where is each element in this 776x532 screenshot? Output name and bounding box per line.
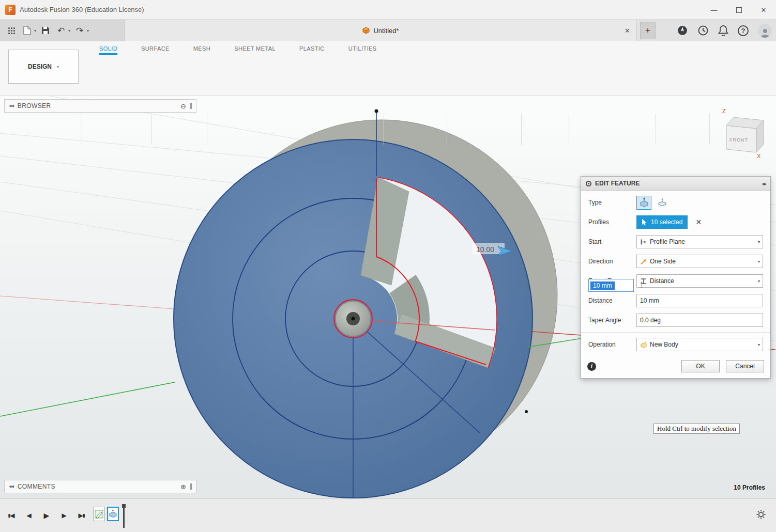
axis-z-label: Z [722, 108, 726, 114]
viewcube-front-label: FRONT [729, 137, 748, 143]
edit-feature-dialog: EDIT FEATURE ▸▸ Type Profiles 10 selecte… [581, 176, 771, 379]
thin-extrude-type-button[interactable] [655, 196, 670, 210]
browser-minimize-icon[interactable]: ⊖ [180, 102, 186, 110]
clear-selection-icon[interactable]: ✕ [695, 218, 702, 226]
info-icon[interactable]: i [587, 362, 596, 371]
svg-text:10.00: 10.00 [476, 245, 494, 254]
comments-collapse-icon[interactable]: ◀◀ [9, 484, 13, 489]
type-row: Type [581, 193, 770, 212]
profiles-count: 10 Profiles [713, 484, 765, 491]
extent-type-dropdown[interactable]: Distance ▾ [636, 274, 763, 288]
job-status-clock-icon[interactable] [697, 25, 709, 36]
comments-title: COMMENTS [18, 483, 176, 490]
timeline-settings-gear-icon[interactable] [756, 509, 766, 520]
undo-icon[interactable]: ↶ [55, 24, 67, 37]
title-bar: F Autodesk Fusion 360 (Education License… [0, 0, 776, 20]
tab-surface[interactable]: SURFACE [141, 45, 170, 55]
direction-dropdown[interactable]: One Side ▾ [636, 255, 763, 268]
divider [581, 332, 770, 333]
distance-input[interactable] [636, 294, 763, 307]
window-title: Autodesk Fusion 360 (Education License) [20, 0, 144, 19]
comments-grip[interactable] [190, 483, 192, 490]
help-icon[interactable]: ? [738, 25, 749, 36]
taper-angle-input[interactable] [636, 314, 763, 327]
drag-handle-icon[interactable]: ⋮ [638, 280, 644, 289]
direction-row: Direction One Side ▾ [581, 252, 770, 271]
add-comment-icon[interactable]: ⊕ [180, 483, 186, 491]
app-grid-icon[interactable] [5, 24, 18, 37]
dialog-title: EDIT FEATURE [595, 180, 759, 187]
profile-plane-icon [640, 238, 647, 246]
axis-x-label: X [757, 153, 761, 159]
document-icon [362, 27, 370, 34]
extruded-body[interactable] [174, 109, 557, 498]
close-button[interactable]: ✕ [751, 0, 776, 20]
tab-mesh[interactable]: MESH [193, 45, 210, 55]
step-back-button[interactable]: ◀ [22, 508, 36, 522]
undo-caret-icon[interactable]: ▾ [68, 28, 70, 33]
file-menu-icon[interactable] [21, 24, 33, 37]
ribbon-tab-strip: SOLID SURFACE MESH SHEET METAL PLASTIC U… [0, 41, 776, 55]
sketch-point-rim [525, 410, 528, 413]
design-workspace-selector[interactable]: DESIGN▾ [8, 50, 79, 84]
dialog-collapse-icon[interactable]: ▸▸ [763, 181, 766, 186]
quick-access-toolbar: ▾ ↶▾ ↷▾ Untitled* ✕ + [0, 20, 776, 41]
timeline-sketch-feature[interactable] [93, 507, 105, 521]
tab-plastic[interactable]: PLASTIC [299, 45, 325, 55]
play-button[interactable]: ▶ [39, 508, 53, 522]
start-row: Start Profile Plane ▾ [581, 232, 770, 252]
view-cube[interactable]: FRONT Z X [722, 108, 764, 159]
chevron-down-icon: ▾ [758, 342, 760, 347]
minimize-button[interactable]: — [702, 0, 726, 20]
distance-row: Distance [581, 291, 770, 310]
document-tab[interactable]: Untitled* ✕ [125, 20, 637, 41]
maximize-button[interactable] [726, 0, 751, 20]
redo-icon[interactable]: ↷ [73, 24, 86, 37]
dialog-header[interactable]: EDIT FEATURE ▸▸ [581, 177, 770, 191]
fusion-logo-icon: F [5, 5, 16, 15]
notifications-bell-icon[interactable] [718, 25, 728, 36]
ok-button[interactable]: OK [681, 360, 720, 372]
cancel-button[interactable]: Cancel [726, 360, 764, 372]
profiles-row: Profiles 10 selected ✕ [581, 212, 770, 232]
document-tab-title: Untitled* [373, 27, 399, 35]
go-to-start-button[interactable]: ▮◀ [4, 508, 18, 522]
ribbon [0, 55, 776, 96]
x-axis-red-left [0, 296, 174, 309]
operation-dropdown[interactable]: New Body ▾ [636, 338, 763, 351]
timeline-extrude-feature[interactable] [107, 507, 119, 521]
tab-utilities[interactable]: UTILITIES [348, 45, 377, 55]
timeline-playhead[interactable] [123, 504, 125, 528]
profiles-selected-chip[interactable]: 10 selected [636, 215, 688, 229]
tab-solid[interactable]: SOLID [99, 45, 117, 55]
extrude-type-button[interactable] [636, 196, 651, 210]
dimension-value-input[interactable]: 10 mm [588, 279, 634, 292]
browser-title: BROWSER [18, 102, 176, 109]
tab-sheet-metal[interactable]: SHEET METAL [234, 45, 276, 55]
y-axis-green [0, 382, 175, 416]
browser-collapse-icon[interactable]: ◀◀ [9, 104, 13, 108]
browser-panel: ◀◀ BROWSER ⊖ [4, 99, 196, 113]
start-dropdown[interactable]: Profile Plane ▾ [636, 235, 763, 248]
tab-close-icon[interactable]: ✕ [625, 20, 630, 41]
operation-row: Operation New Body ▾ [581, 335, 770, 354]
taper-angle-row: Taper Angle [581, 310, 770, 330]
file-menu-caret-icon[interactable]: ▾ [34, 28, 36, 33]
save-icon[interactable] [39, 24, 52, 37]
step-forward-button[interactable]: ▶ [57, 508, 71, 522]
selection-tooltip: Hold Ctrl to modify selection [653, 424, 740, 434]
chevron-down-icon: ▾ [758, 259, 760, 264]
go-to-end-button[interactable]: ▶▮ [74, 508, 88, 522]
chevron-down-icon: ▾ [758, 279, 760, 284]
timeline-bar: ▮◀ ◀ ▶ ▶ ▶▮ [0, 498, 776, 532]
dialog-footer: i OK Cancel [581, 354, 770, 378]
feature-icon [586, 181, 591, 186]
one-side-icon [640, 258, 647, 265]
redo-caret-icon[interactable]: ▾ [87, 28, 89, 33]
sketch-point-top [375, 109, 378, 113]
browser-grip[interactable] [190, 103, 192, 109]
comments-panel: ◀◀ COMMENTS ⊕ [4, 480, 196, 493]
new-tab-button[interactable]: + [640, 22, 656, 39]
extensions-icon[interactable] [677, 25, 688, 36]
user-avatar[interactable] [758, 24, 772, 38]
